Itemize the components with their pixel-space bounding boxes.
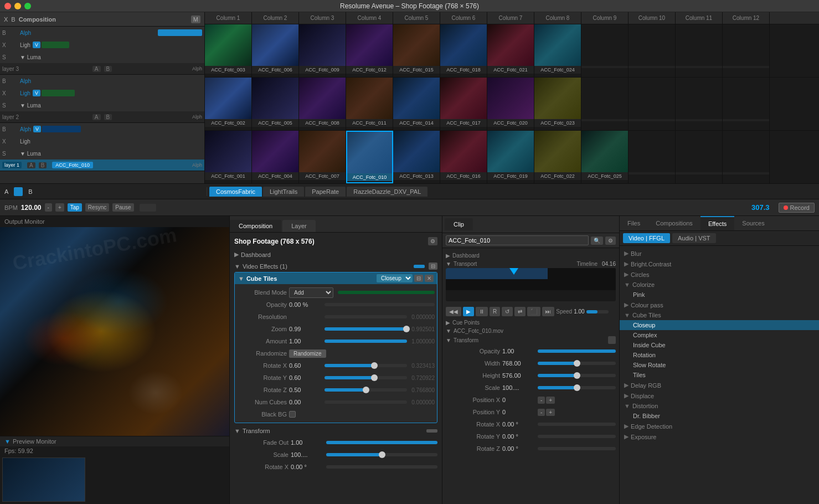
clip-transport-section[interactable]: ▼ Transport Timeline 04.16 — [446, 260, 616, 268]
clip-cell-r2c6[interactable]: ACC_Fotc_017 — [440, 78, 487, 130]
minimize-button[interactable] — [14, 3, 21, 9]
clip-opacity-slider[interactable] — [538, 349, 616, 353]
tc-pause-btn[interactable]: ⏸ — [476, 307, 488, 316]
video-effects-header[interactable]: ▼ Video Effects (1) ⊟ — [234, 260, 437, 272]
tc-rewind-btn[interactable]: ◀◀ — [446, 307, 461, 316]
clip-cell-r3c4-active[interactable]: ACC_Fotc_010 — [346, 131, 393, 183]
bpm-plus-button[interactable]: + — [55, 203, 64, 212]
clip-cell-r3c1[interactable]: ACC_Fotc_001 — [205, 131, 252, 183]
tab-sources[interactable]: Sources — [734, 217, 772, 230]
clip-cell-r2c8[interactable]: ACC_Fotc_023 — [534, 78, 581, 130]
cube-tiles-remove-btn[interactable]: ✕ — [425, 275, 434, 282]
tc-record-btn[interactable]: R — [490, 307, 500, 316]
clip-cell-r2c10[interactable] — [629, 78, 676, 130]
effect-slow-rotate[interactable]: Slow Rotate — [620, 360, 819, 370]
bpm-slider[interactable] — [140, 204, 156, 212]
clip-cell-r3c12[interactable] — [723, 131, 770, 183]
clip-tab-button[interactable]: Clip — [445, 218, 473, 230]
clip-cell-r3c5[interactable]: ACC_Fotc_013 — [393, 131, 440, 183]
clip-rot-x-slider[interactable] — [538, 423, 616, 426]
clip-rot-z-slider[interactable] — [538, 447, 616, 450]
record-button[interactable]: Record — [779, 203, 815, 213]
clip-cell-r2c5[interactable]: ACC_Fotc_014 — [393, 78, 440, 130]
black-bg-checkbox[interactable] — [289, 411, 296, 418]
clip-cell-r3c8[interactable]: ACC_Fotc_022 — [534, 131, 581, 183]
pos-x-minus[interactable]: - — [538, 397, 545, 404]
clip-cell-r3c10[interactable] — [629, 131, 676, 183]
sub-tab-video-ffgl[interactable]: Video | FFGL — [623, 233, 670, 243]
effect-tiles[interactable]: Tiles — [620, 370, 819, 380]
layer1-clip-name[interactable]: ACC_Fotc_010 — [52, 162, 93, 168]
clip-file-section[interactable]: ▼ ACC_Fotc_010.mov — [446, 327, 616, 335]
clip-width-slider[interactable] — [538, 362, 616, 365]
clip-cell-r3c9[interactable]: ACC_Fotc_025 — [581, 131, 629, 183]
ve-toggle-btn[interactable]: ⊟ — [429, 263, 437, 270]
deck-tab-paperate[interactable]: PapeRate — [305, 187, 346, 197]
tab-files[interactable]: Files — [620, 217, 648, 230]
close-button[interactable] — [4, 3, 11, 9]
amount-slider[interactable] — [324, 340, 407, 343]
category-bright-contrast[interactable]: ▶ Bright.Contrast — [620, 259, 819, 269]
dashboard-section[interactable]: ▶ Dashboard — [234, 249, 437, 260]
clip-height-slider[interactable] — [538, 374, 616, 377]
category-cube-tiles[interactable]: ▼ Cube Tiles — [620, 310, 819, 320]
category-delay-rgb[interactable]: ▶ Delay RGB — [620, 380, 819, 390]
clip-transform-section[interactable]: ▼ Transform — [446, 335, 616, 345]
blend-mode-select[interactable]: Add — [289, 287, 333, 298]
transform-drag-handle[interactable] — [608, 336, 616, 344]
rotate-z-slider[interactable] — [324, 388, 407, 392]
category-circles[interactable]: ▶ Circles — [620, 269, 819, 280]
clip-cell-r1c11[interactable] — [676, 24, 723, 77]
clip-cell-r2c9[interactable] — [581, 78, 629, 130]
zoom-slider[interactable] — [324, 327, 407, 331]
effect-inside-cube[interactable]: Inside Cube — [620, 340, 819, 350]
pos-y-plus[interactable]: + — [546, 409, 555, 416]
tc-stop-btn[interactable]: ⬛ — [527, 307, 540, 316]
scale-slider[interactable] — [326, 453, 437, 456]
deck-tab-razzledazzle[interactable]: RazzleDazzle_DXV_PAL — [347, 187, 427, 197]
clip-cell-r3c3[interactable]: ACC_Fotc_007 — [299, 131, 346, 183]
category-colorize[interactable]: ▼ Colorize — [620, 280, 819, 290]
clip-cell-r1c3[interactable]: ACC_Fotc_009 — [299, 24, 346, 77]
category-exposure[interactable]: ▶ Exposure — [620, 431, 819, 442]
deck-tab-cosmosfabric[interactable]: CosmosFabric — [209, 187, 262, 197]
pos-y-minus[interactable]: - — [538, 409, 545, 416]
tab-effects[interactable]: Effects — [700, 216, 734, 230]
effect-closeup[interactable]: Closeup — [620, 320, 819, 330]
bpm-minus-button[interactable]: - — [45, 203, 52, 212]
clip-cell-r3c2[interactable]: ACC_Fotc_004 — [252, 131, 299, 183]
clip-cell-r2c11[interactable] — [676, 78, 723, 130]
category-colour-pass[interactable]: ▶ Colour pass — [620, 300, 819, 310]
clip-rot-y-slider[interactable] — [538, 435, 616, 438]
clip-cell-r1c7[interactable]: ACC_Fotc_021 — [487, 24, 534, 77]
pause-button[interactable]: Pause — [112, 203, 133, 212]
clip-cell-r3c11[interactable] — [676, 131, 723, 183]
category-blur[interactable]: ▶ Blur — [620, 248, 819, 259]
comp-settings-button[interactable]: ⚙ — [428, 237, 437, 245]
tc-play-btn[interactable]: ▶ — [463, 307, 474, 316]
rotate-x2-slider[interactable] — [326, 465, 437, 469]
clip-cell-r1c6[interactable]: ACC_Fotc_018 — [440, 24, 487, 77]
num-cubes-slider[interactable] — [324, 400, 407, 404]
clip-cell-r3c7[interactable]: ACC_Fotc_019 — [487, 131, 534, 183]
clip-cell-r2c7[interactable]: ACC_Fotc_020 — [487, 78, 534, 130]
tab-composition[interactable]: Composition — [230, 220, 281, 232]
fade-out-slider[interactable] — [326, 441, 437, 444]
clip-cell-r1c10[interactable] — [629, 24, 676, 77]
tab-compositions[interactable]: Compositions — [648, 217, 700, 230]
randomize-button[interactable]: Randomize — [289, 349, 326, 358]
cue-points-section[interactable]: ▶ Cue Points — [446, 318, 616, 327]
clip-dashboard-section[interactable]: ▶ Dashboard — [446, 251, 616, 260]
clip-cell-r2c2[interactable]: ACC_Fotc_005 — [252, 78, 299, 130]
clip-cell-r1c5[interactable]: ACC_Fotc_015 — [393, 24, 440, 77]
effect-pink[interactable]: Pink — [620, 290, 819, 300]
clip-search-button[interactable]: 🔍 — [591, 236, 603, 245]
category-edge-detection[interactable]: ▶ Edge Detection — [620, 421, 819, 431]
deck-tab-lighttrails[interactable]: LightTrails — [263, 187, 304, 197]
clip-name-input[interactable] — [446, 235, 589, 245]
clip-cell-r3c6[interactable]: ACC_Fotc_016 — [440, 131, 487, 183]
cube-tiles-settings-btn[interactable]: ⊟ — [414, 275, 423, 282]
clip-cell-r2c12[interactable] — [723, 78, 770, 130]
effect-complex[interactable]: Complex — [620, 330, 819, 340]
effect-rotation[interactable]: Rotation — [620, 350, 819, 360]
